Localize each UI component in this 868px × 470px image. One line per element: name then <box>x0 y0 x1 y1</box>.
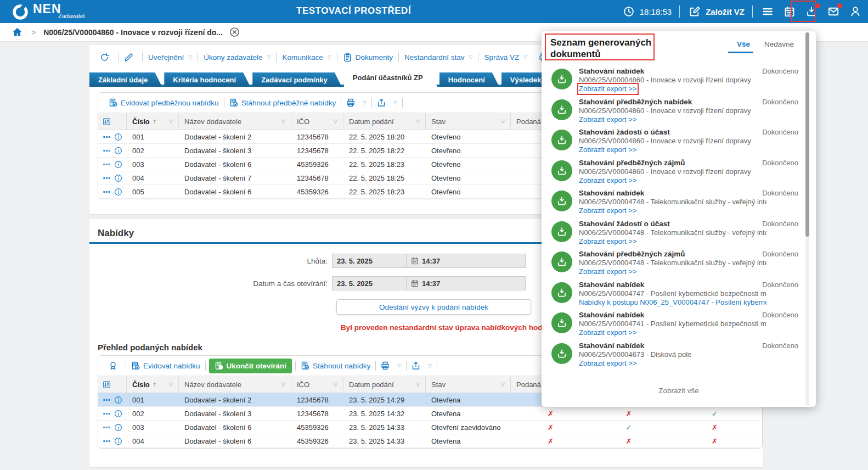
generated-document-item[interactable]: Stahování nabídek N006/25/V00004748 - Te… <box>542 188 816 219</box>
table-toolbar-button[interactable]: Stáhnout předběžné nabídky ▽ <box>224 98 341 107</box>
info-icon[interactable] <box>114 188 122 196</box>
generated-document-item[interactable]: Stahování předběžných zájmů N006/25/V000… <box>542 158 816 189</box>
messages-icon[interactable] <box>826 4 841 19</box>
toolbar-item[interactable]: Správa VZ ▽ <box>478 53 533 61</box>
popup-tab[interactable]: Nedávné <box>764 40 794 48</box>
row-menu-icon[interactable] <box>103 410 111 418</box>
filter-icon[interactable]: ▽ <box>416 382 420 387</box>
generated-document-item[interactable]: Stahování nabídek N006/25/V00004860 - In… <box>542 66 816 97</box>
table-toolbar-button[interactable]: ▽ <box>104 361 126 370</box>
show-all-link[interactable]: Zobrazit vše <box>542 387 816 395</box>
generated-document-item[interactable]: Stahování předběžných nabídek N006/25/V0… <box>542 97 816 128</box>
table-toolbar-button[interactable]: ▽ <box>407 361 437 370</box>
generated-document-item[interactable]: Stahování žádostí o účast N006/25/V00004… <box>542 219 816 250</box>
tab[interactable]: Podání účastníků ZP <box>344 69 437 87</box>
column-settings-icon[interactable] <box>103 381 111 389</box>
show-export-link[interactable]: Zobrazit export >> <box>579 267 637 276</box>
generated-documents-icon[interactable] <box>804 4 819 19</box>
column-datum[interactable]: Datum podání <box>349 118 394 126</box>
show-export-link[interactable]: Zobrazit export >> <box>579 206 637 215</box>
info-icon[interactable] <box>114 396 122 404</box>
time-field[interactable]: 14:37 <box>406 276 526 290</box>
info-icon[interactable] <box>114 423 122 432</box>
column-datum[interactable]: Datum podání <box>349 381 394 389</box>
generated-document-item[interactable]: Stahování žádostí o účast N006/25/V00004… <box>542 127 816 158</box>
time-field[interactable]: 14:37 <box>406 254 526 268</box>
column-stav[interactable]: Stav <box>431 381 446 389</box>
toolbar-item[interactable]: Úkony zadavatele ▽ <box>198 53 276 61</box>
column-podana[interactable]: Podaná <box>516 118 541 126</box>
tab[interactable]: Hodnocení <box>439 72 499 87</box>
date-field[interactable]: 23. 5. 2025 <box>332 254 406 268</box>
tab[interactable]: Kritéria hodnocení <box>164 72 250 87</box>
generated-document-item[interactable]: Stahování nabídek N006/25/V00004741 - Po… <box>542 310 816 341</box>
table-toolbar-button[interactable]: Ukončit otevírání ▽ <box>209 359 292 373</box>
show-export-link[interactable]: Zobrazit export >> <box>579 115 637 124</box>
row-menu-icon[interactable] <box>103 396 111 404</box>
filter-icon[interactable]: ▽ <box>281 119 285 124</box>
table-toolbar-button[interactable]: ▽ <box>341 98 371 107</box>
calendar-icon[interactable] <box>782 4 797 19</box>
column-nazev[interactable]: Název dodavatele <box>184 118 241 126</box>
filter-icon[interactable]: ▽ <box>501 119 505 124</box>
show-export-link[interactable]: Zobrazit export >> <box>579 328 637 337</box>
filter-icon[interactable]: ▽ <box>169 119 173 124</box>
filter-icon[interactable]: ▽ <box>169 382 173 387</box>
create-vz-button[interactable]: Založit VZ <box>687 4 745 19</box>
table-row[interactable]: 003 Dodavatel - školení 6 45359326 23. 5… <box>98 421 762 434</box>
table-toolbar-button[interactable]: Evidovat předběžnou nabídku ▽ <box>104 98 224 107</box>
column-ico[interactable]: IČO <box>297 118 309 126</box>
row-menu-icon[interactable] <box>103 188 111 196</box>
home-icon[interactable] <box>12 27 22 37</box>
tab[interactable]: Základní údaje <box>89 72 162 87</box>
column-settings-icon[interactable] <box>103 118 111 126</box>
info-icon[interactable] <box>114 133 122 141</box>
info-icon[interactable] <box>114 174 122 182</box>
breadcrumb-item[interactable]: N006/25/V00004860 - Inovace v rozvoji ří… <box>43 28 223 37</box>
column-ico[interactable]: IČO <box>297 381 309 389</box>
menu-icon[interactable] <box>760 4 775 19</box>
row-menu-icon[interactable] <box>103 147 111 155</box>
table-toolbar-button[interactable]: Stáhnout nabídky ▽ <box>296 361 375 370</box>
generated-document-item[interactable]: Stahování nabídek N006/25/V00004747 - Po… <box>542 280 816 311</box>
info-icon[interactable] <box>114 147 122 155</box>
toolbar-item[interactable]: Dokumenty ▽ <box>337 53 398 62</box>
date-field[interactable]: 23. 5. 2025 <box>332 276 406 290</box>
show-export-link[interactable]: Zobrazit export >> <box>579 237 637 246</box>
filter-icon[interactable]: ▽ <box>501 382 505 387</box>
show-export-link[interactable]: Nabídky k postupu N006_25_V00004747 - Po… <box>579 298 766 307</box>
tab[interactable]: Zadávací podmínky <box>252 72 342 87</box>
row-menu-icon[interactable] <box>103 437 111 445</box>
popup-scrollbar[interactable] <box>805 32 809 406</box>
filter-icon[interactable]: ▽ <box>334 382 337 387</box>
generated-document-item[interactable]: Stahování nabídek N006/25/V00004673 - Di… <box>542 341 816 372</box>
table-toolbar-button[interactable]: ▽ <box>372 98 402 107</box>
column-cislo[interactable]: Číslo <box>132 381 150 389</box>
filter-icon[interactable]: ▽ <box>334 119 337 124</box>
generated-document-item[interactable]: Stahování předběžných zájmů N006/25/V000… <box>542 249 816 280</box>
row-menu-icon[interactable] <box>103 174 111 182</box>
table-toolbar-button[interactable]: Evidovat nabídku ▽ <box>126 361 205 370</box>
column-stav[interactable]: Stav <box>431 118 446 126</box>
column-nazev[interactable]: Název dodavatele <box>184 381 241 389</box>
row-menu-icon[interactable] <box>103 160 111 169</box>
popup-tab[interactable]: Vše <box>737 40 750 48</box>
send-call-for-tenders-button[interactable]: Odeslání výzvy k podání nabídek <box>336 299 531 315</box>
row-menu-icon[interactable] <box>103 423 111 432</box>
toolbar-item[interactable]: Komunikace ▽ <box>277 53 336 61</box>
show-export-link[interactable]: Zobrazit export >> <box>579 85 637 93</box>
close-tab-icon[interactable] <box>229 27 240 37</box>
show-export-link[interactable]: Zobrazit export >> <box>579 176 637 185</box>
scrollbar-thumb[interactable] <box>805 32 809 237</box>
show-export-link[interactable]: Zobrazit export >> <box>579 146 637 154</box>
toolbar-item[interactable]: ▽ <box>94 53 118 62</box>
table-row[interactable]: 002 Dodavatel - školení 3 12345678 23. 5… <box>98 407 762 421</box>
table-toolbar-button[interactable]: ▽ <box>376 361 406 370</box>
column-cislo[interactable]: Číslo <box>132 118 150 126</box>
user-profile-icon[interactable] <box>848 4 863 19</box>
toolbar-item[interactable]: Uveřejnění ▽ <box>143 53 198 61</box>
filter-icon[interactable]: ▽ <box>416 119 420 124</box>
table-row[interactable]: 004 Dodavatel - školení 6 45359326 23. 5… <box>98 434 762 448</box>
show-export-link[interactable]: Zobrazit export >> <box>579 359 637 368</box>
toolbar-item[interactable]: ▽ <box>119 53 142 62</box>
